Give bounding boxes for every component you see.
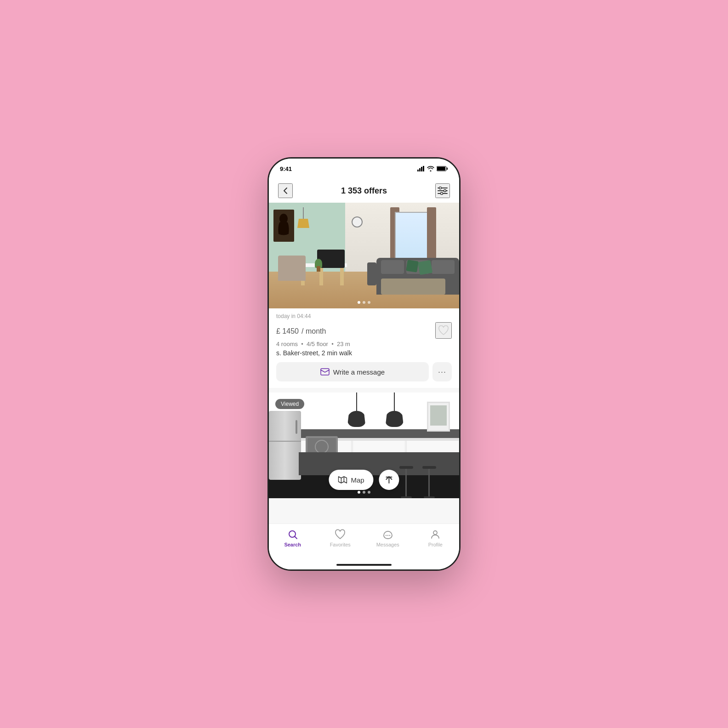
nav-messages[interactable]: Messages [364,529,412,547]
back-icon [281,186,290,195]
image-dots-2 [358,491,370,494]
wall-clock [352,216,363,228]
svg-rect-3 [423,166,424,171]
pendant-lamp [296,207,310,244]
nav-profile[interactable]: Profile [412,529,460,547]
dot-2 [363,491,365,494]
listings-content[interactable]: today in 04:44 £ 1450 / month 4 rooms • [269,203,459,523]
favorite-button-1[interactable] [435,322,452,339]
listing-info-1: today in 04:44 £ 1450 / month 4 rooms • [269,308,459,388]
wifi-icon [427,166,434,171]
phone-frame: 9:41 1 353 [267,157,461,571]
svg-rect-1 [419,168,421,171]
battery-icon [437,166,448,171]
viewed-badge: Viewed [275,399,304,409]
svg-point-22 [386,535,387,536]
svg-rect-0 [417,170,419,171]
svg-point-12 [441,193,443,195]
dot-2 [363,301,365,304]
nav-search[interactable]: Search [269,529,317,547]
arrow-up-icon [385,475,394,484]
map-icon [338,476,347,484]
home-indicator [269,560,459,569]
status-time: 9:41 [280,165,292,172]
status-bar: 9:41 [269,159,459,179]
listing-actions: Write a message ··· [276,362,452,381]
svg-rect-5 [437,167,445,171]
svg-rect-2 [421,167,422,171]
listing-image-2[interactable]: Viewed Map [269,392,459,498]
nav-favorites[interactable]: Favorites [317,529,364,547]
dot-3 [368,301,370,304]
message-button[interactable]: Write a message [276,362,429,381]
envelope-icon [320,368,330,375]
listing-details: 4 rooms • 4/5 floor • 23 m [276,341,452,347]
bar-stool-1 [399,466,413,498]
dot-1 [358,491,360,494]
app-header: 1 353 offers [269,179,459,203]
messages-nav-icon [382,529,394,540]
svg-point-25 [433,531,437,535]
home-bar [336,564,392,566]
search-nav-icon [287,529,299,540]
image-dots-1 [358,301,370,304]
listing-price-row: £ 1450 / month [276,322,452,339]
filter-icon [438,187,448,195]
floating-buttons: Map [329,470,399,490]
listing-time: today in 04:44 [276,313,452,319]
listing-price: £ 1450 / month [276,324,326,336]
pendant-light-2 [383,392,406,429]
status-icons [417,166,448,171]
back-button[interactable] [278,183,293,198]
favorites-nav-icon [334,529,346,540]
listing-card-1: today in 04:44 £ 1450 / month 4 rooms • [269,203,459,388]
dot-1 [358,301,360,304]
listing-address: s. Baker-street, 2 min walk [276,349,452,357]
favorites-nav-label: Favorites [330,542,351,547]
bar-stool-2 [422,466,436,498]
svg-rect-15 [321,369,329,375]
dot-3 [368,491,370,494]
header-title: 1 353 offers [341,186,387,196]
search-nav-label: Search [284,542,301,547]
svg-point-23 [387,535,388,536]
filter-button[interactable] [435,183,450,198]
wall-art [273,210,294,242]
listing-card-2: Viewed Map [269,392,459,498]
profile-nav-icon [429,529,441,540]
svg-rect-6 [447,168,448,170]
svg-point-11 [444,190,446,192]
map-button[interactable]: Map [329,470,373,490]
pendant-light-1 [345,392,368,429]
scene-room [269,203,459,308]
messages-nav-label: Messages [376,542,399,547]
signal-icon [417,166,425,171]
scroll-top-button[interactable] [379,470,399,490]
more-button[interactable]: ··· [432,362,452,381]
bottom-navigation: Search Favorites Messages [269,523,459,560]
svg-point-10 [439,187,442,189]
listing-image-1[interactable] [269,203,459,308]
refrigerator [269,411,301,480]
heart-icon [438,325,449,336]
svg-point-24 [389,535,390,536]
profile-nav-label: Profile [428,542,443,547]
svg-line-21 [295,537,297,539]
wall-frame [427,402,450,432]
